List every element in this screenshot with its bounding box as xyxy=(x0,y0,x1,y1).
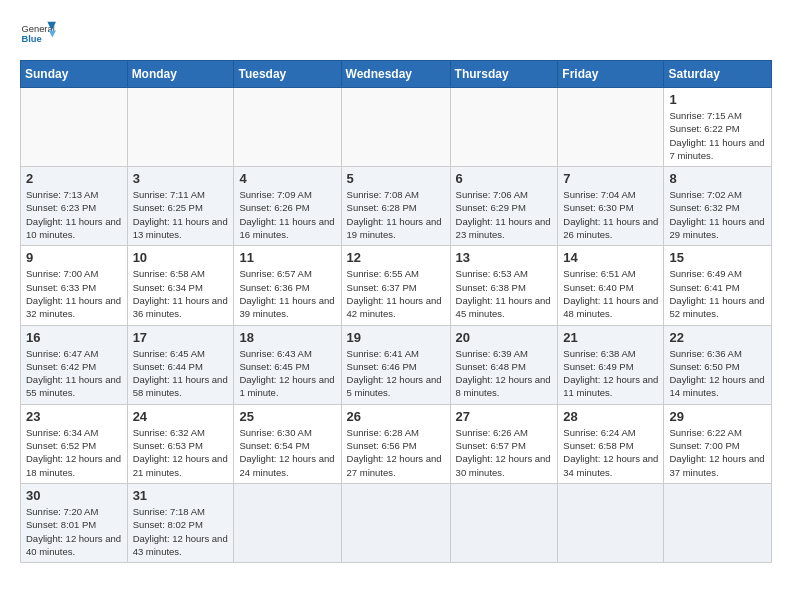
header-sunday: Sunday xyxy=(21,61,128,88)
calendar-day-cell xyxy=(234,483,341,562)
calendar-day-cell: 22Sunrise: 6:36 AM Sunset: 6:50 PM Dayli… xyxy=(664,325,772,404)
calendar-day-cell: 8Sunrise: 7:02 AM Sunset: 6:32 PM Daylig… xyxy=(664,167,772,246)
calendar-day-cell: 26Sunrise: 6:28 AM Sunset: 6:56 PM Dayli… xyxy=(341,404,450,483)
calendar-day-cell: 4Sunrise: 7:09 AM Sunset: 6:26 PM Daylig… xyxy=(234,167,341,246)
calendar-day-cell: 12Sunrise: 6:55 AM Sunset: 6:37 PM Dayli… xyxy=(341,246,450,325)
calendar-day-cell: 25Sunrise: 6:30 AM Sunset: 6:54 PM Dayli… xyxy=(234,404,341,483)
calendar-day-cell xyxy=(558,88,664,167)
calendar-day-cell: 19Sunrise: 6:41 AM Sunset: 6:46 PM Dayli… xyxy=(341,325,450,404)
day-info: Sunrise: 6:22 AM Sunset: 7:00 PM Dayligh… xyxy=(669,426,766,479)
calendar-day-cell: 9Sunrise: 7:00 AM Sunset: 6:33 PM Daylig… xyxy=(21,246,128,325)
calendar-week-row: 2Sunrise: 7:13 AM Sunset: 6:23 PM Daylig… xyxy=(21,167,772,246)
calendar-day-cell: 11Sunrise: 6:57 AM Sunset: 6:36 PM Dayli… xyxy=(234,246,341,325)
day-info: Sunrise: 7:06 AM Sunset: 6:29 PM Dayligh… xyxy=(456,188,553,241)
logo: General Blue xyxy=(20,16,56,52)
day-info: Sunrise: 6:36 AM Sunset: 6:50 PM Dayligh… xyxy=(669,347,766,400)
calendar-day-cell: 15Sunrise: 6:49 AM Sunset: 6:41 PM Dayli… xyxy=(664,246,772,325)
calendar-day-cell: 10Sunrise: 6:58 AM Sunset: 6:34 PM Dayli… xyxy=(127,246,234,325)
calendar-day-cell xyxy=(21,88,128,167)
calendar-day-cell: 3Sunrise: 7:11 AM Sunset: 6:25 PM Daylig… xyxy=(127,167,234,246)
calendar-week-row: 1Sunrise: 7:15 AM Sunset: 6:22 PM Daylig… xyxy=(21,88,772,167)
day-info: Sunrise: 7:20 AM Sunset: 8:01 PM Dayligh… xyxy=(26,505,122,558)
calendar-day-cell: 2Sunrise: 7:13 AM Sunset: 6:23 PM Daylig… xyxy=(21,167,128,246)
day-number: 17 xyxy=(133,330,229,345)
calendar-day-cell xyxy=(664,483,772,562)
calendar-day-cell: 7Sunrise: 7:04 AM Sunset: 6:30 PM Daylig… xyxy=(558,167,664,246)
day-number: 25 xyxy=(239,409,335,424)
header-thursday: Thursday xyxy=(450,61,558,88)
day-info: Sunrise: 6:47 AM Sunset: 6:42 PM Dayligh… xyxy=(26,347,122,400)
calendar-day-cell: 27Sunrise: 6:26 AM Sunset: 6:57 PM Dayli… xyxy=(450,404,558,483)
header-area: General Blue xyxy=(20,16,772,52)
calendar: Sunday Monday Tuesday Wednesday Thursday… xyxy=(20,60,772,563)
day-number: 5 xyxy=(347,171,445,186)
day-info: Sunrise: 7:02 AM Sunset: 6:32 PM Dayligh… xyxy=(669,188,766,241)
day-info: Sunrise: 6:41 AM Sunset: 6:46 PM Dayligh… xyxy=(347,347,445,400)
day-number: 14 xyxy=(563,250,658,265)
calendar-day-cell: 31Sunrise: 7:18 AM Sunset: 8:02 PM Dayli… xyxy=(127,483,234,562)
calendar-week-row: 9Sunrise: 7:00 AM Sunset: 6:33 PM Daylig… xyxy=(21,246,772,325)
calendar-day-cell: 29Sunrise: 6:22 AM Sunset: 7:00 PM Dayli… xyxy=(664,404,772,483)
calendar-day-cell: 13Sunrise: 6:53 AM Sunset: 6:38 PM Dayli… xyxy=(450,246,558,325)
day-info: Sunrise: 6:32 AM Sunset: 6:53 PM Dayligh… xyxy=(133,426,229,479)
calendar-day-cell xyxy=(450,88,558,167)
calendar-day-cell: 24Sunrise: 6:32 AM Sunset: 6:53 PM Dayli… xyxy=(127,404,234,483)
day-info: Sunrise: 6:45 AM Sunset: 6:44 PM Dayligh… xyxy=(133,347,229,400)
header-monday: Monday xyxy=(127,61,234,88)
day-info: Sunrise: 6:53 AM Sunset: 6:38 PM Dayligh… xyxy=(456,267,553,320)
day-number: 30 xyxy=(26,488,122,503)
day-number: 16 xyxy=(26,330,122,345)
day-info: Sunrise: 6:57 AM Sunset: 6:36 PM Dayligh… xyxy=(239,267,335,320)
calendar-week-row: 16Sunrise: 6:47 AM Sunset: 6:42 PM Dayli… xyxy=(21,325,772,404)
calendar-day-cell: 30Sunrise: 7:20 AM Sunset: 8:01 PM Dayli… xyxy=(21,483,128,562)
day-info: Sunrise: 6:51 AM Sunset: 6:40 PM Dayligh… xyxy=(563,267,658,320)
day-number: 18 xyxy=(239,330,335,345)
day-info: Sunrise: 7:13 AM Sunset: 6:23 PM Dayligh… xyxy=(26,188,122,241)
calendar-day-cell: 18Sunrise: 6:43 AM Sunset: 6:45 PM Dayli… xyxy=(234,325,341,404)
calendar-day-cell: 21Sunrise: 6:38 AM Sunset: 6:49 PM Dayli… xyxy=(558,325,664,404)
day-number: 6 xyxy=(456,171,553,186)
day-info: Sunrise: 6:38 AM Sunset: 6:49 PM Dayligh… xyxy=(563,347,658,400)
day-info: Sunrise: 6:30 AM Sunset: 6:54 PM Dayligh… xyxy=(239,426,335,479)
weekday-header-row: Sunday Monday Tuesday Wednesday Thursday… xyxy=(21,61,772,88)
day-number: 2 xyxy=(26,171,122,186)
day-number: 26 xyxy=(347,409,445,424)
svg-marker-3 xyxy=(49,30,56,37)
day-number: 22 xyxy=(669,330,766,345)
day-number: 20 xyxy=(456,330,553,345)
calendar-week-row: 23Sunrise: 6:34 AM Sunset: 6:52 PM Dayli… xyxy=(21,404,772,483)
header-wednesday: Wednesday xyxy=(341,61,450,88)
calendar-day-cell xyxy=(341,483,450,562)
calendar-day-cell xyxy=(558,483,664,562)
day-info: Sunrise: 6:49 AM Sunset: 6:41 PM Dayligh… xyxy=(669,267,766,320)
day-number: 21 xyxy=(563,330,658,345)
calendar-day-cell xyxy=(450,483,558,562)
day-info: Sunrise: 6:28 AM Sunset: 6:56 PM Dayligh… xyxy=(347,426,445,479)
header-saturday: Saturday xyxy=(664,61,772,88)
day-info: Sunrise: 7:00 AM Sunset: 6:33 PM Dayligh… xyxy=(26,267,122,320)
day-number: 7 xyxy=(563,171,658,186)
calendar-day-cell xyxy=(127,88,234,167)
day-info: Sunrise: 7:11 AM Sunset: 6:25 PM Dayligh… xyxy=(133,188,229,241)
day-number: 9 xyxy=(26,250,122,265)
day-number: 11 xyxy=(239,250,335,265)
day-number: 28 xyxy=(563,409,658,424)
calendar-day-cell xyxy=(341,88,450,167)
day-info: Sunrise: 6:39 AM Sunset: 6:48 PM Dayligh… xyxy=(456,347,553,400)
logo-icon: General Blue xyxy=(20,16,56,52)
calendar-week-row: 30Sunrise: 7:20 AM Sunset: 8:01 PM Dayli… xyxy=(21,483,772,562)
day-number: 12 xyxy=(347,250,445,265)
day-number: 3 xyxy=(133,171,229,186)
day-number: 8 xyxy=(669,171,766,186)
day-info: Sunrise: 7:08 AM Sunset: 6:28 PM Dayligh… xyxy=(347,188,445,241)
day-info: Sunrise: 6:24 AM Sunset: 6:58 PM Dayligh… xyxy=(563,426,658,479)
calendar-day-cell: 16Sunrise: 6:47 AM Sunset: 6:42 PM Dayli… xyxy=(21,325,128,404)
day-info: Sunrise: 6:26 AM Sunset: 6:57 PM Dayligh… xyxy=(456,426,553,479)
day-number: 10 xyxy=(133,250,229,265)
calendar-day-cell: 5Sunrise: 7:08 AM Sunset: 6:28 PM Daylig… xyxy=(341,167,450,246)
calendar-day-cell: 14Sunrise: 6:51 AM Sunset: 6:40 PM Dayli… xyxy=(558,246,664,325)
header-friday: Friday xyxy=(558,61,664,88)
day-number: 31 xyxy=(133,488,229,503)
calendar-day-cell xyxy=(234,88,341,167)
calendar-day-cell: 1Sunrise: 7:15 AM Sunset: 6:22 PM Daylig… xyxy=(664,88,772,167)
